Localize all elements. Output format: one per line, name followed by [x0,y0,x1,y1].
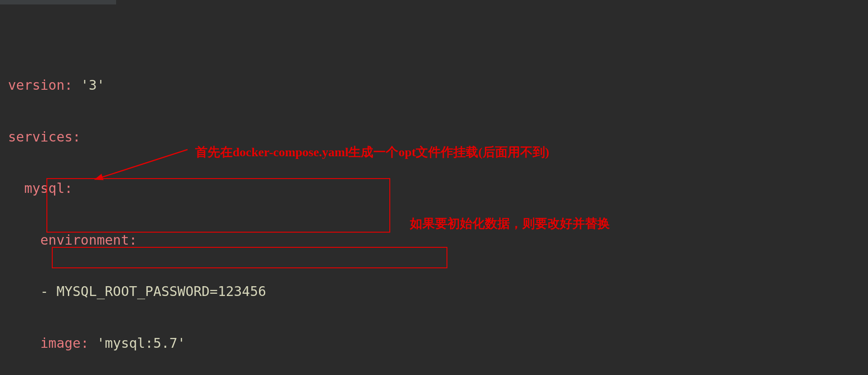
yaml-key: version [8,77,64,93]
yaml-key: mysql [24,180,64,196]
code-line: - MYSQL_ROOT_PASSWORD=123456 [0,283,868,300]
yaml-key: environment [40,232,129,248]
yaml-value: 'mysql:5.7' [97,335,186,351]
code-line: environment: [0,232,868,249]
code-line: services: [0,129,868,146]
code-line: mysql: [0,180,868,197]
yaml-value: MYSQL_ROOT_PASSWORD=123456 [56,283,266,299]
yaml-key: image [40,335,80,351]
code-line: version: '3' [0,77,868,94]
code-line: image: 'mysql:5.7' [0,335,868,352]
yaml-value: '3' [81,77,105,93]
yaml-key: services [8,129,73,145]
code-editor[interactable]: version: '3' services: mysql: environmen… [0,0,868,375]
tab-bar [0,0,116,4]
